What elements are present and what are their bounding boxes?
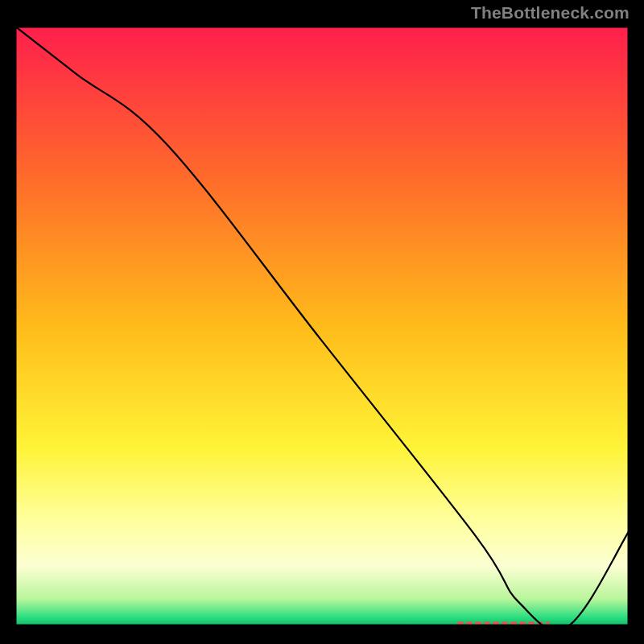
chart-plot-area	[14, 26, 630, 626]
chart-svg	[14, 26, 630, 626]
chart-background	[14, 26, 630, 626]
attribution-text: TheBottleneck.com	[471, 3, 630, 23]
